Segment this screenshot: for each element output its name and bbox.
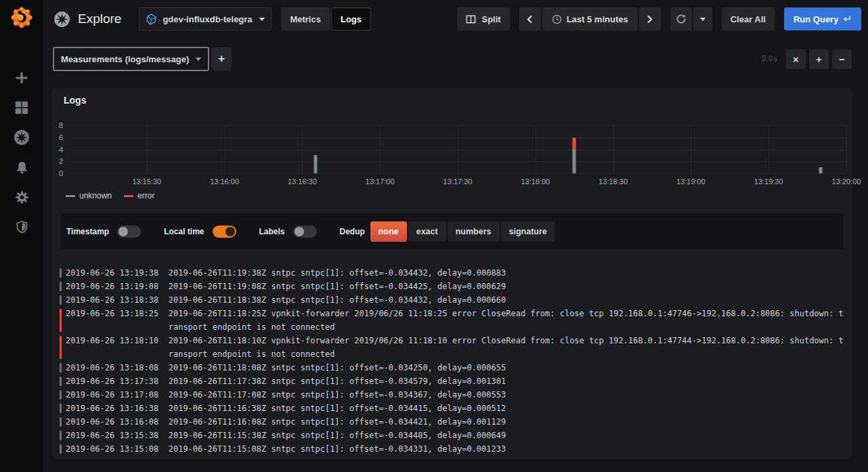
alerting-bell-icon[interactable] xyxy=(12,158,31,176)
run-query-button[interactable]: Run Query ↵ xyxy=(784,7,861,30)
log-row[interactable]: 2019-06-26 13:18:102019-06-26T11:18:10Z … xyxy=(60,334,844,361)
add-icon[interactable] xyxy=(12,69,31,87)
legend-color-error xyxy=(124,195,133,197)
enter-key-icon: ↵ xyxy=(843,13,852,25)
refresh-interval-dropdown[interactable] xyxy=(693,7,712,30)
log-timestamp: 2019-06-26 13:15:38 xyxy=(66,429,158,442)
log-timestamp: 2019-06-26 13:18:08 xyxy=(66,361,158,374)
log-level-indicator xyxy=(60,390,62,400)
explore-compass-icon[interactable] xyxy=(12,129,31,146)
log-row[interactable]: 2019-06-26 13:17:382019-06-26T11:17:38Z … xyxy=(60,374,844,388)
x-tick-label: 13:19:00 xyxy=(676,177,706,186)
log-row[interactable]: 2019-06-26 13:17:082019-06-26T11:17:08Z … xyxy=(60,388,844,402)
log-row[interactable]: 2019-06-26 13:16:082019-06-26T11:16:08Z … xyxy=(60,415,844,429)
log-row[interactable]: 2019-06-26 13:19:382019-06-26T11:19:38Z … xyxy=(60,266,844,280)
y-tick-label: 8 xyxy=(59,121,63,129)
log-row[interactable]: 2019-06-26 13:18:252019-06-26T11:18:25Z … xyxy=(60,307,844,334)
log-row[interactable]: 2019-06-26 13:19:082019-06-26T11:19:08Z … xyxy=(60,280,844,293)
x-gridline xyxy=(768,125,769,173)
log-message: 2019-06-26T11:17:08Z sntpc sntpc[1]: off… xyxy=(169,388,844,402)
x-tick-label: 13:20:00 xyxy=(832,177,861,186)
local-time-toggle[interactable] xyxy=(213,226,236,238)
timestamp-label: Timestamp xyxy=(66,227,109,236)
labels-label: Labels xyxy=(259,227,285,236)
legend-item-error[interactable]: error xyxy=(124,191,154,200)
x-gridline xyxy=(536,125,536,173)
log-row[interactable]: 2019-06-26 13:16:382019-06-26T11:16:38Z … xyxy=(60,402,844,415)
dedup-switcher: none exact numbers signature xyxy=(370,221,555,242)
bar-segment-unknown xyxy=(313,155,317,173)
log-message: 2019-06-26T11:16:08Z sntpc sntpc[1]: off… xyxy=(169,415,844,429)
x-tick-label: 13:18:30 xyxy=(599,177,628,186)
log-row[interactable]: 2019-06-26 13:18:082019-06-26T11:18:08Z … xyxy=(60,361,844,374)
x-gridline xyxy=(613,125,614,173)
dedup-none-button[interactable]: none xyxy=(370,221,407,242)
x-gridline xyxy=(691,125,691,173)
log-message: 2019-06-26T11:19:08Z sntpc sntpc[1]: off… xyxy=(169,280,844,293)
histogram-bar[interactable] xyxy=(819,167,822,173)
chevron-right-icon xyxy=(647,15,653,24)
log-message: 2019-06-26T11:18:38Z sntpc sntpc[1]: off… xyxy=(169,293,844,307)
grafana-logo[interactable] xyxy=(0,0,43,35)
measurement-select[interactable]: Measurements (logs/message) xyxy=(53,47,209,71)
log-row[interactable]: 2019-06-26 13:15:382019-06-26T11:15:38Z … xyxy=(60,429,844,442)
dashboards-icon[interactable] xyxy=(12,99,31,116)
add-row-button[interactable]: + xyxy=(809,49,829,69)
tab-logs[interactable]: Logs xyxy=(331,7,371,30)
split-button[interactable]: Split xyxy=(457,7,509,30)
log-rows: 2019-06-26 13:19:382019-06-26T11:19:38Z … xyxy=(60,266,844,456)
time-range-picker[interactable]: Last 5 minutes xyxy=(542,7,638,30)
x-tick-label: 13:19:30 xyxy=(754,177,783,186)
log-timestamp: 2019-06-26 13:17:38 xyxy=(66,374,158,388)
log-row[interactable]: 2019-06-26 13:18:382019-06-26T11:18:38Z … xyxy=(60,293,844,307)
legend-item-unknown[interactable]: unknown xyxy=(66,191,112,200)
histogram-bar[interactable] xyxy=(573,137,576,173)
dedup-label: Dedup xyxy=(340,227,365,236)
x-gridline xyxy=(846,125,847,173)
explore-compass-icon xyxy=(53,10,71,28)
log-message: 2019-06-26T11:15:08Z sntpc sntpc[1]: off… xyxy=(169,442,844,456)
log-timestamp: 2019-06-26 13:19:38 xyxy=(66,266,158,280)
log-options-bar: Timestamp Local time Labels Dedup none e… xyxy=(61,213,844,249)
x-tick-label: 13:17:30 xyxy=(443,177,473,186)
dedup-numbers-button[interactable]: numbers xyxy=(448,221,500,242)
log-level-indicator xyxy=(60,431,62,440)
collapse-row-button[interactable]: − xyxy=(832,49,852,69)
log-level-indicator xyxy=(60,282,62,291)
datasource-name: gdev-influxdb-telegra xyxy=(162,14,255,24)
log-timestamp: 2019-06-26 13:16:38 xyxy=(66,402,158,415)
histogram-bar[interactable] xyxy=(313,155,317,173)
time-forward-button[interactable] xyxy=(639,7,661,30)
tab-metrics[interactable]: Metrics xyxy=(281,7,330,30)
log-message: 2019-06-26T11:15:38Z sntpc sntpc[1]: off… xyxy=(169,429,844,442)
refresh-button[interactable] xyxy=(670,7,692,30)
add-query-button[interactable]: + xyxy=(211,47,232,70)
log-message: 2019-06-26T11:18:10Z vpnkit-forwarder 20… xyxy=(169,334,844,361)
log-level-indicator xyxy=(60,404,62,413)
chevron-left-icon xyxy=(527,15,533,24)
clear-all-button[interactable]: Clear All xyxy=(722,7,775,30)
datasource-picker[interactable]: gdev-influxdb-telegra xyxy=(139,7,272,30)
dedup-exact-button[interactable]: exact xyxy=(408,221,446,242)
labels-toggle[interactable] xyxy=(293,226,317,238)
log-timestamp: 2019-06-26 13:16:08 xyxy=(66,415,158,429)
logs-panel-title: Logs xyxy=(64,95,86,106)
bar-segment-unknown xyxy=(819,167,822,173)
server-admin-shield-icon[interactable] xyxy=(12,218,31,236)
dedup-signature-button[interactable]: signature xyxy=(501,221,555,242)
log-timestamp: 2019-06-26 13:17:08 xyxy=(66,388,158,402)
toggle-knob xyxy=(295,227,304,236)
log-level-indicator xyxy=(60,309,62,332)
logs-chart-y-axis: 86420 xyxy=(53,125,66,173)
log-timestamp: 2019-06-26 13:15:08 xyxy=(66,442,158,456)
logs-panel: Logs 86420 13:15:3013:16:0013:16:3013:17… xyxy=(53,88,852,459)
remove-query-button[interactable]: × xyxy=(786,49,806,69)
configuration-gear-icon[interactable] xyxy=(12,188,31,206)
log-row[interactable]: 2019-06-26 13:15:082019-06-26T11:15:08Z … xyxy=(60,442,844,456)
toggle-knob xyxy=(118,227,128,236)
log-timestamp: 2019-06-26 13:18:25 xyxy=(66,307,158,334)
query-editor-row: Measurements (logs/message) + 0.0s × + − xyxy=(43,46,868,72)
logs-chart-plot[interactable] xyxy=(69,125,846,173)
timestamp-toggle[interactable] xyxy=(117,226,141,238)
time-back-button[interactable] xyxy=(519,7,541,30)
